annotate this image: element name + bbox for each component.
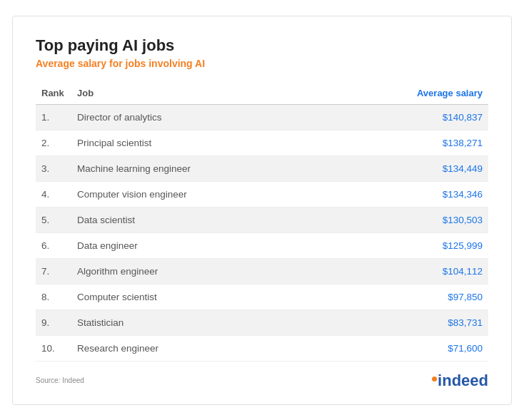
indeed-dot-icon (432, 377, 437, 381)
footer: Source: Indeed indeed (36, 372, 488, 390)
salary-cell: $83,731 (329, 309, 488, 335)
salary-cell: $104,112 (329, 258, 488, 284)
table-row: 3.Machine learning engineer$134,449 (36, 155, 488, 181)
job-cell: Principal scientist (71, 130, 329, 155)
job-cell: Data engineer (71, 232, 329, 258)
rank-cell: 4. (36, 181, 71, 207)
salary-cell: $134,346 (329, 181, 488, 207)
salary-cell: $130,503 (329, 207, 488, 232)
table-row: 10.Research engineer$71,600 (36, 335, 488, 361)
salary-cell: $71,600 (329, 335, 488, 361)
salary-header: Average salary (329, 83, 488, 105)
job-header: Job (71, 83, 329, 105)
rank-cell: 5. (36, 207, 71, 232)
main-card: Top paying AI jobs Average salary for jo… (12, 16, 512, 405)
indeed-logo: indeed (432, 372, 488, 390)
rank-cell: 3. (36, 155, 71, 181)
table-row: 7.Algorithm engineer$104,112 (36, 258, 488, 284)
main-title: Top paying AI jobs (36, 36, 488, 55)
salary-cell: $134,449 (329, 155, 488, 181)
job-cell: Computer vision engineer (71, 181, 329, 207)
salary-cell: $97,850 (329, 284, 488, 309)
rank-cell: 9. (36, 309, 71, 335)
job-cell: Machine learning engineer (71, 155, 329, 181)
rank-cell: 8. (36, 284, 71, 309)
job-cell: Data scientist (71, 207, 329, 232)
table-row: 4.Computer vision engineer$134,346 (36, 181, 488, 207)
table-row: 9.Statistician$83,731 (36, 309, 488, 335)
job-cell: Director of analytics (71, 104, 329, 130)
salary-cell: $138,271 (329, 130, 488, 155)
subtitle: Average salary for jobs involving AI (36, 58, 488, 69)
rank-cell: 10. (36, 335, 71, 361)
source-text: Source: Indeed (36, 377, 84, 384)
table-row: 2.Principal scientist$138,271 (36, 130, 488, 155)
rank-cell: 1. (36, 104, 71, 130)
salary-cell: $140,837 (329, 104, 488, 130)
salary-cell: $125,999 (329, 232, 488, 258)
table-row: 8.Computer scientist$97,850 (36, 284, 488, 309)
table-row: 5.Data scientist$130,503 (36, 207, 488, 232)
table-header-row: Rank Job Average salary (36, 83, 488, 105)
rank-cell: 7. (36, 258, 71, 284)
rank-cell: 6. (36, 232, 71, 258)
rank-header: Rank (36, 83, 71, 105)
salary-table: Rank Job Average salary 1.Director of an… (36, 83, 488, 362)
job-cell: Algorithm engineer (71, 258, 329, 284)
job-cell: Research engineer (71, 335, 329, 361)
rank-cell: 2. (36, 130, 71, 155)
job-cell: Statistician (71, 309, 329, 335)
job-cell: Computer scientist (71, 284, 329, 309)
table-row: 1.Director of analytics$140,837 (36, 104, 488, 130)
table-row: 6.Data engineer$125,999 (36, 232, 488, 258)
